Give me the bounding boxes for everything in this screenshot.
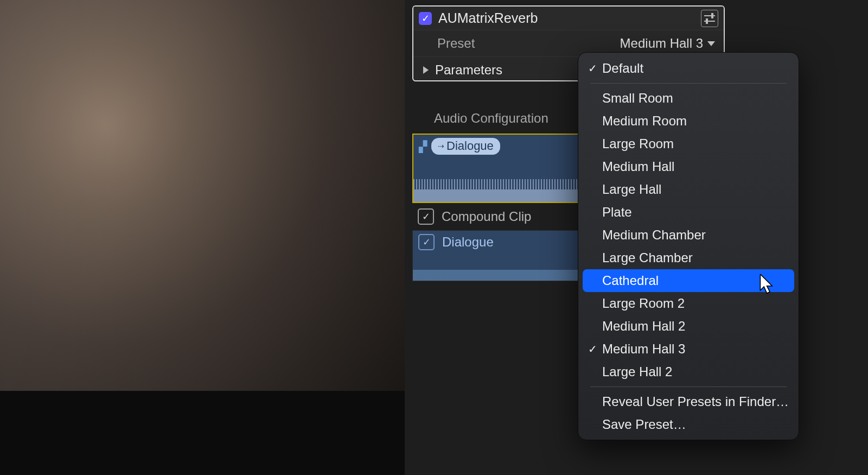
effect-title: AUMatrixReverb <box>438 10 694 26</box>
menu-separator <box>590 83 787 84</box>
preset-option[interactable]: Medium Chamber <box>583 224 794 246</box>
preset-option[interactable]: Medium Hall <box>583 155 794 178</box>
role-chip-dialogue[interactable]: ⇢ Dialogue <box>431 138 500 155</box>
preset-option[interactable]: Medium Hall 3 <box>583 338 794 360</box>
preset-option[interactable]: Plate <box>583 201 794 224</box>
preset-option[interactable]: Large Room 2 <box>583 292 794 315</box>
preset-option[interactable]: Large Hall <box>583 178 794 201</box>
preset-option[interactable]: Medium Room <box>583 110 794 132</box>
preset-option[interactable]: Large Chamber <box>583 246 794 269</box>
preset-value-text: Medium Hall 3 <box>620 36 703 51</box>
effect-controls-icon[interactable] <box>701 10 718 27</box>
preset-option[interactable]: Large Room <box>583 132 794 155</box>
timeline-strip <box>0 391 405 475</box>
video-preview <box>0 0 405 391</box>
effect-header: ✓ AUMatrixReverb <box>413 7 724 30</box>
preset-dropdown-list: DefaultSmall RoomMedium RoomLarge RoomMe… <box>583 57 794 436</box>
disclosure-triangle-icon[interactable] <box>423 66 429 74</box>
preset-label: Preset <box>437 36 475 51</box>
preset-option[interactable]: Large Hall 2 <box>583 360 794 383</box>
preset-option[interactable]: Medium Hall 2 <box>583 315 794 338</box>
role-arrow-icon: ⇢ <box>438 142 444 150</box>
preset-option[interactable]: Cathedral <box>583 269 794 292</box>
compound-clip-icon: ▞ <box>419 140 427 153</box>
preset-option[interactable]: Small Room <box>583 87 794 110</box>
compound-clip-checkbox[interactable]: ✓ <box>418 208 434 225</box>
component-enable-checkbox[interactable]: ✓ <box>418 234 435 250</box>
preset-value[interactable]: Medium Hall 3 <box>620 36 715 51</box>
chevron-down-icon <box>707 41 715 46</box>
compound-clip-label: Compound Clip <box>442 209 531 224</box>
component-label: Dialogue <box>442 235 494 250</box>
preset-option[interactable]: Save Preset… <box>583 413 794 436</box>
menu-separator <box>590 387 787 387</box>
parameters-label: Parameters <box>435 62 502 78</box>
effect-enable-checkbox[interactable]: ✓ <box>419 12 432 25</box>
preset-dropdown[interactable]: DefaultSmall RoomMedium RoomLarge RoomMe… <box>578 52 799 440</box>
preset-option[interactable]: Default <box>583 57 794 80</box>
preset-option[interactable]: Reveal User Presets in Finder… <box>583 390 794 413</box>
role-chip-label: Dialogue <box>446 139 494 153</box>
